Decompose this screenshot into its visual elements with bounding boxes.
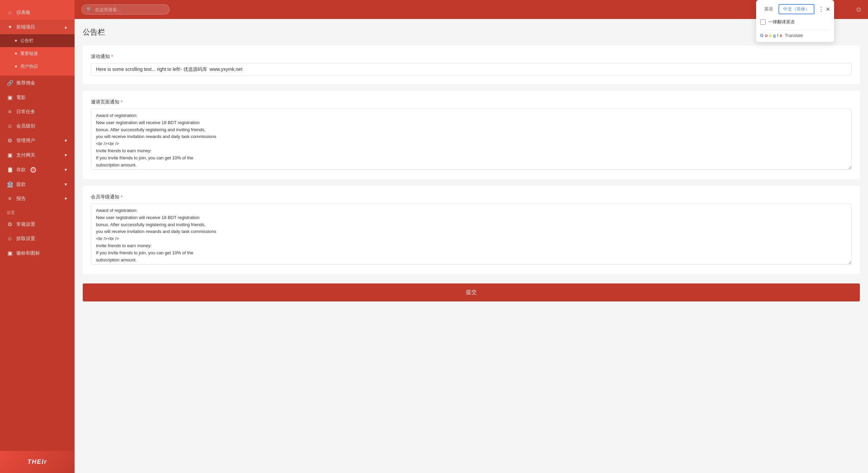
sidebar-top: ⌂ 仪表板 ✦ 前端项目 ▲ 公告栏 重要链接 用户协议 [0, 0, 75, 76]
sidebar-item-daily[interactable]: ≡ 日常任务 [0, 105, 75, 119]
film-icon: ▣ [7, 94, 13, 101]
sidebar-sub-item-bulletin[interactable]: 公告栏 [0, 34, 75, 47]
chevron-down-icon: ▼ [64, 138, 68, 143]
membership-textarea[interactable] [91, 203, 852, 264]
reports-icon: ≡ [7, 196, 13, 202]
search-input[interactable] [95, 7, 164, 12]
chevron-down-icon: ▼ [64, 182, 68, 187]
membership-section: 会员等级通知 * [83, 186, 860, 274]
chevron-down-icon: ▼ [64, 196, 68, 201]
scrolling-input[interactable] [91, 63, 852, 76]
bullet-icon [15, 65, 17, 67]
bullet-icon [15, 53, 17, 55]
sidebar-sub-item-agreement[interactable]: 用户协议 [0, 60, 75, 73]
always-translate-label: 一律翻译英语 [768, 19, 795, 25]
user-grade-icon: ☺ [7, 123, 13, 129]
chevron-down-icon: ▼ [64, 153, 68, 158]
sidebar: ⌂ 仪表板 ✦ 前端项目 ▲ 公告栏 重要链接 用户协议 🔗 推荐佣金 ▣ 電影… [0, 0, 75, 473]
invite-section: 邀请页面通知 * [83, 91, 860, 179]
search-box[interactable]: 🔍 [81, 4, 170, 15]
main-area: 🔍 ⊙ 公告栏 滚动通知 * 邀请页面通知 * 会 [75, 0, 868, 473]
sidebar-item-users[interactable]: ⚙ 管理用户 ▼ [0, 133, 75, 148]
lang-zh-button[interactable]: 中文（简体） [778, 4, 814, 14]
watermark-bar: THEIr [0, 451, 75, 473]
more-options-icon[interactable]: ⋮ [818, 5, 824, 13]
invite-textarea[interactable] [91, 109, 852, 170]
lang-en-button[interactable]: 英语 [760, 5, 777, 14]
sidebar-item-crawl[interactable]: ☺ 抓取设置 [0, 232, 75, 246]
membership-label: 会员等级通知 * [91, 194, 852, 200]
gear-icon: ⚙ [7, 221, 13, 228]
star-icon: ✦ [7, 24, 13, 30]
chevron-down-icon: ▼ [64, 167, 68, 172]
home-icon: ⌂ [7, 9, 13, 16]
sidebar-item-movies[interactable]: ▣ 電影 [0, 90, 75, 105]
sidebar-item-payment[interactable]: ▣ 支付网关 ▼ [0, 148, 75, 162]
settings-section-label: 设置 [0, 206, 75, 217]
users-icon: ⚙ [7, 137, 13, 144]
header-right: ⊙ [856, 6, 861, 13]
sidebar-item-deposit[interactable]: 📋 存款 ! ▼ [0, 162, 75, 177]
submit-button[interactable]: 提交 [83, 283, 860, 301]
bullet-icon [15, 40, 17, 42]
deposit-icon: 📋 [7, 166, 13, 173]
required-mark: * [121, 194, 122, 200]
chevron-up-icon: ▲ [64, 25, 68, 29]
payment-icon: ▣ [7, 152, 13, 158]
sidebar-item-general[interactable]: ⚙ 常规设置 [0, 217, 75, 232]
sidebar-sub-item-links[interactable]: 重要链接 [0, 47, 75, 60]
required-mark: * [121, 99, 122, 105]
withdraw-icon: 🏦 [7, 181, 13, 188]
link-icon: 🔗 [7, 80, 13, 86]
scrolling-label: 滚动通知 * [91, 54, 852, 60]
required-mark: * [111, 54, 113, 59]
notification-badge: ! [31, 167, 36, 173]
always-translate-checkbox[interactable] [760, 19, 766, 25]
sidebar-item-frontend[interactable]: ✦ 前端项目 ▲ [0, 20, 75, 34]
close-icon[interactable]: ✕ [826, 6, 830, 13]
sidebar-item-dashboard[interactable]: ⌂ 仪表板 [0, 5, 75, 20]
content-area: 公告栏 滚动通知 * 邀请页面通知 * 会员等级通知 * 提交 [75, 19, 868, 473]
invite-label: 邀请页面通知 * [91, 99, 852, 105]
sidebar-item-membership[interactable]: ☺ 会员级别 [0, 119, 75, 133]
translate-dropdown: 英语 中文（简体） ⋮ ✕ 一律翻译英语 Google Translate [756, 0, 834, 42]
header: 🔍 ⊙ [75, 0, 868, 19]
sidebar-item-icons[interactable]: ▣ 徽标和图标 [0, 246, 75, 260]
page-title: 公告栏 [83, 27, 860, 37]
translate-header: 英语 中文（简体） ⋮ ✕ [760, 4, 830, 14]
sidebar-item-withdraw[interactable]: 🏦 提款 ▼ [0, 177, 75, 192]
list-icon: ≡ [7, 109, 13, 115]
google-logo: G [760, 33, 764, 38]
always-translate-option: 一律翻译英语 [760, 18, 830, 26]
settings-icon[interactable]: ⊙ [856, 6, 861, 13]
sidebar-item-referral[interactable]: 🔗 推荐佣金 [0, 76, 75, 90]
translate-label: Translate [785, 33, 803, 38]
sidebar-item-reports[interactable]: ≡ 报告 ▼ [0, 192, 75, 206]
crawl-icon: ☺ [7, 236, 13, 242]
search-icon: 🔍 [86, 7, 92, 12]
scrolling-section: 滚动通知 * [83, 45, 860, 84]
badge-icon: ▣ [7, 250, 13, 256]
google-translate-branding: Google Translate [760, 30, 830, 38]
